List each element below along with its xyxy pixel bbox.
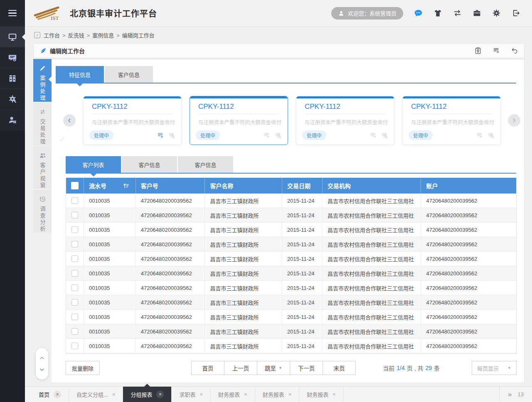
table-row[interactable]: 001003547206480200039562昌吉市三工镇财政所2015-11… — [66, 281, 516, 295]
settings-icon[interactable] — [492, 9, 501, 17]
case-card-1[interactable]: CPKY-1112与注册资本严重不符的大额资金收付处理中 — [190, 96, 288, 145]
column-header[interactable]: 交易日期 — [287, 181, 310, 190]
row-checkbox[interactable] — [71, 270, 78, 277]
doc-search-icon[interactable] — [168, 132, 175, 139]
close-tab-icon[interactable]: × — [200, 392, 203, 397]
column-header[interactable]: 客户名称 — [210, 181, 233, 190]
close-tab-icon[interactable]: × — [112, 392, 116, 397]
transfer-icon[interactable] — [453, 9, 462, 17]
tab-客户信息[interactable]: 客户信息 — [178, 156, 233, 173]
breadcrumb-item[interactable]: 案例信息 — [92, 32, 114, 39]
tab-客户信息[interactable]: 客户信息 — [105, 66, 153, 83]
row-checkbox[interactable] — [71, 328, 78, 335]
page-button-首页[interactable]: 首页 — [191, 361, 224, 375]
hamburger-menu-icon[interactable] — [0, 0, 25, 27]
scroll-up-icon[interactable] — [39, 355, 45, 361]
breadcrumb-item[interactable]: 工作台 — [44, 32, 60, 39]
doc-search-icon[interactable] — [487, 132, 495, 139]
close-tab-icon[interactable]: × — [54, 391, 61, 398]
row-checkbox[interactable] — [71, 284, 78, 291]
doc-remove-icon[interactable] — [369, 132, 377, 139]
row-checkbox[interactable] — [71, 343, 78, 349]
carousel-prev-button[interactable] — [63, 114, 76, 127]
close-tab-icon[interactable]: × — [156, 391, 164, 398]
sidebar-item-user-management[interactable] — [0, 110, 25, 130]
vertical-tab-2[interactable]: 客户视窗 — [33, 146, 52, 189]
scroll-down-icon[interactable] — [39, 366, 45, 373]
row-checkbox[interactable] — [71, 299, 78, 306]
sidebar-item-workbench[interactable] — [0, 27, 25, 47]
open-tab-0[interactable]: 首页× — [31, 387, 69, 402]
open-tab-1[interactable]: 自定义分组...× — [69, 387, 123, 402]
table-row[interactable]: 001003547206480200039562昌吉市三工镇财政所2015-11… — [66, 310, 516, 324]
user-welcome-pill[interactable]: 欢迎您：系统管理员 — [331, 7, 403, 20]
doc-remove-icon[interactable] — [157, 132, 164, 139]
doc-remove-icon[interactable] — [263, 132, 271, 139]
vertical-tab-3[interactable]: 调查分析 — [33, 190, 52, 233]
table-row[interactable]: 001003547206480200039562昌吉市三工镇财政所2015-11… — [66, 295, 516, 310]
doc-search-icon[interactable] — [381, 132, 388, 139]
open-tab-3[interactable]: 求职表× — [172, 387, 211, 402]
sidebar-item-system-settings[interactable] — [0, 89, 25, 110]
tab-客户信息[interactable]: 客户信息 — [122, 156, 177, 173]
row-checkbox[interactable] — [71, 197, 78, 204]
column-header[interactable]: 流水号 — [89, 181, 106, 190]
cell: 47206480200039562 — [135, 223, 205, 237]
table-row[interactable]: 001003547206480200039562昌吉市三工镇财政所2015-11… — [66, 252, 516, 266]
batch-delete-button[interactable]: 批量删除 — [66, 361, 100, 375]
message-icon[interactable] — [414, 9, 423, 17]
table-row[interactable]: 001003547206480200039562昌吉市三工镇财政所2015-11… — [66, 223, 516, 237]
briefcase-icon[interactable] — [473, 9, 481, 17]
undo-icon[interactable] — [511, 47, 518, 54]
case-card-0[interactable]: CPKY-1112与注册资本严重不符的大额资金收付处理中 — [83, 96, 182, 145]
vertical-tab-1[interactable]: 交易处理 — [33, 103, 52, 145]
doc-search-icon[interactable] — [274, 132, 282, 139]
case-card-2[interactable]: CPKY-1112与注册资本严重不符的大额资金收付处理中 — [296, 96, 394, 145]
row-checkbox[interactable] — [71, 255, 78, 262]
table-row[interactable]: 001003547206480200039562昌吉市三工镇财政所2015-11… — [66, 324, 516, 339]
table-row[interactable]: 001003547206480200039562昌吉市三工镇财政所2015-11… — [66, 266, 516, 281]
column-header[interactable]: 客户号 — [141, 181, 158, 190]
column-header[interactable]: 交易机构 — [328, 181, 351, 190]
open-tab-6[interactable]: 财务报表× — [299, 387, 344, 402]
case-card-3[interactable]: CPKY-1112与注册资本严重不符的大额资金收付处理中 — [402, 96, 501, 145]
tab-label: 首页 — [39, 390, 49, 398]
per-page-select[interactable]: 每页显示 ▼ — [472, 361, 517, 375]
row-checkbox[interactable] — [71, 226, 78, 233]
table-row[interactable]: 001003547206480200039562昌吉市三工镇财政所2015-11… — [66, 208, 516, 223]
doc-remove-icon[interactable] — [493, 47, 500, 54]
breadcrumb-item[interactable]: 反洗钱 — [68, 32, 84, 39]
vertical-tab-0[interactable]: 案例处理 — [33, 59, 52, 102]
doc-remove-icon[interactable] — [476, 132, 483, 139]
row-checkbox[interactable] — [71, 314, 78, 320]
clipboard-icon[interactable] — [474, 47, 482, 54]
row-checkbox[interactable] — [71, 241, 78, 248]
page-button-末页[interactable]: 末页 — [323, 361, 356, 375]
theme-icon[interactable] — [433, 9, 442, 17]
vertical-tab-label: 客户视窗 — [39, 162, 47, 189]
page-button-跳至[interactable]: 跳至▼ — [257, 361, 290, 375]
column-header[interactable]: 账户 — [426, 181, 438, 190]
breadcrumb-item[interactable]: 编辑岗工作台 — [122, 32, 155, 39]
row-checkbox[interactable] — [71, 212, 78, 218]
tabs-overflow-icon[interactable]: » — [508, 390, 512, 399]
close-tab-icon[interactable]: × — [288, 392, 292, 397]
table-row[interactable]: 001003547206480200039562昌吉市三工镇财政所2015-11… — [66, 339, 516, 353]
select-all-checkbox[interactable] — [71, 182, 79, 189]
open-tab-5[interactable]: 财务报表× — [255, 387, 300, 402]
breadcrumb-toggle-icon[interactable]: › — [34, 32, 40, 38]
sidebar-item-archives[interactable] — [0, 68, 25, 89]
page-button-上一页[interactable]: 上一页 — [224, 361, 257, 375]
cell: 47206480200039562 — [421, 252, 516, 266]
carousel-next-button[interactable] — [508, 114, 520, 127]
table-row[interactable]: 001003547206480200039562昌吉市三工镇财政所2015-11… — [66, 194, 516, 208]
close-tab-icon[interactable]: × — [244, 392, 247, 397]
close-tab-icon[interactable]: × — [332, 392, 336, 397]
page-button-下一页[interactable]: 下一页 — [290, 361, 323, 375]
logout-icon[interactable] — [512, 9, 520, 17]
sidebar-item-messages[interactable] — [0, 47, 25, 68]
cell: 47206480200039562 — [421, 281, 516, 295]
table-row[interactable]: 001003547206480200039562昌吉市三工镇财政所2015-11… — [66, 237, 516, 252]
open-tab-4[interactable]: 财务报表× — [211, 387, 255, 402]
open-tab-2[interactable]: 分组报表× — [123, 387, 172, 402]
